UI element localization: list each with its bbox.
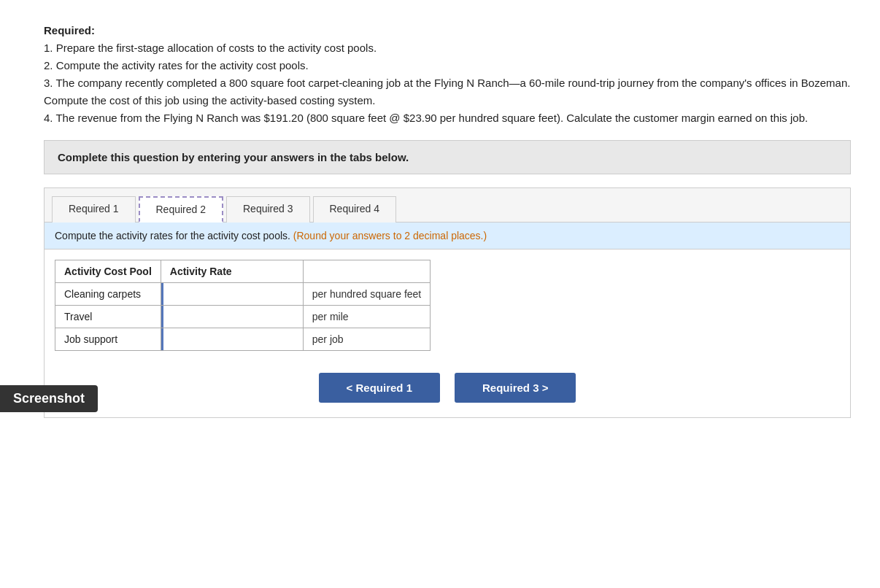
tab-required3[interactable]: Required 3 — [226, 196, 310, 223]
point2: 2. Compute the activity rates for the ac… — [44, 59, 309, 71]
pool-job-support: Job support — [55, 328, 161, 351]
table-row: Travel per mile — [55, 306, 431, 328]
table-area: Activity Cost Pool Activity Rate Cleanin… — [45, 249, 850, 365]
nav-buttons: < Required 1 Required 3 > — [45, 365, 850, 417]
pool-carpets: Cleaning carpets — [55, 283, 161, 306]
screenshot-overlay: Screenshot — [0, 385, 98, 412]
tab-required4[interactable]: Required 4 — [313, 196, 397, 223]
required-header: Required: — [44, 24, 95, 36]
pool-travel: Travel — [55, 306, 161, 328]
prev-button[interactable]: < Required 1 — [319, 373, 440, 403]
input-cell-travel[interactable] — [161, 306, 303, 328]
table-row: Job support per job — [55, 328, 431, 351]
tabs-row: Required 1 Required 2 Required 3 Require… — [45, 188, 850, 223]
tab-required2[interactable]: Required 2 — [139, 196, 224, 223]
tab-content: Compute the activity rates for the activ… — [45, 223, 850, 417]
col-header-pool: Activity Cost Pool — [55, 260, 161, 283]
complete-instruction-box: Complete this question by entering your … — [44, 140, 851, 174]
required-section: Required: 1. Prepare the first-stage all… — [44, 22, 851, 127]
unit-carpets: per hundred square feet — [303, 283, 430, 306]
unit-job-support: per job — [303, 328, 430, 351]
instruction-bar: Compute the activity rates for the activ… — [45, 223, 850, 249]
point1: 1. Prepare the first-stage allocation of… — [44, 42, 377, 54]
table-row: Cleaning carpets per hundred square feet — [55, 283, 431, 306]
unit-travel: per mile — [303, 306, 430, 328]
point4: 4. The revenue from the Flying N Ranch w… — [44, 112, 808, 124]
tab-required1[interactable]: Required 1 — [52, 196, 136, 223]
point3: 3. The company recently completed a 800 … — [44, 77, 850, 107]
col-header-unit — [303, 260, 430, 283]
rate-input-job-support[interactable] — [161, 328, 303, 350]
rate-input-travel[interactable] — [161, 306, 303, 328]
instruction-text: Compute the activity rates for the activ… — [55, 230, 290, 241]
tabs-container: Required 1 Required 2 Required 3 Require… — [44, 187, 851, 418]
activity-rate-table: Activity Cost Pool Activity Rate Cleanin… — [55, 260, 431, 351]
rate-input-carpets[interactable] — [161, 283, 303, 305]
instruction-note: (Round your answers to 2 decimal places.… — [293, 230, 487, 241]
col-header-rate: Activity Rate — [161, 260, 303, 283]
next-button[interactable]: Required 3 > — [455, 373, 576, 403]
input-cell-job-support[interactable] — [161, 328, 303, 351]
input-cell-carpets[interactable] — [161, 283, 303, 306]
